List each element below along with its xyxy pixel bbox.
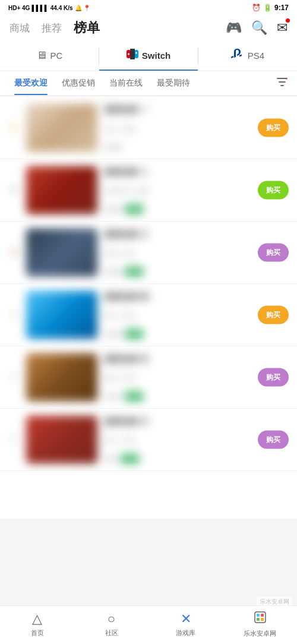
game-thumbnail [26,416,97,463]
gamepad-icon[interactable]: 🎮 [226,20,242,36]
tab-switch-label: Switch [142,50,170,61]
alarm-icon: ⏰ [252,4,261,12]
game-thumbnail [26,166,97,214]
svg-rect-6 [255,612,266,623]
blur-overlay [26,166,97,214]
nav-recommend[interactable]: 推荐 [42,21,62,35]
time: 9:17 [274,4,289,12]
tab-switch[interactable]: Switch [99,42,198,71]
nav-ranking[interactable]: 榜单 [74,19,100,37]
list-item: 4 游戏名称 四 射击 / 竞技 ¥199 史低 购买 [0,284,297,346]
nav-home[interactable]: △ 首页 [0,607,74,643]
speed-text: 44.4 K/s [50,5,73,11]
game-thumbnail [26,229,97,276]
tab-pc[interactable]: 🖥 PC [0,42,99,71]
svg-rect-8 [261,614,264,617]
subtab-popular[interactable]: 最受欢迎 [7,71,55,95]
app-label: 乐水安卓网 [244,629,276,638]
list-item: 5 游戏名称 五 模拟 / 经营 ¥178 史低 购买 [0,346,297,409]
battery-icon: 🔋 [263,4,272,12]
bottom-nav: △ 首页 ○ 社区 ✕ 游戏库 乐水安卓网 [0,605,297,644]
subtab-online[interactable]: 当前在线 [102,71,150,95]
svg-rect-7 [257,614,260,617]
list-item: 6 游戏名称 六 格斗 / 动作 ¥48 史低 购买 [0,409,297,471]
sub-tabs: 最受欢迎 优惠促销 当前在线 最受期待 [0,71,297,96]
signal-bars: ▌▌▌▌ [31,5,48,11]
svg-point-3 [128,53,129,55]
home-icon: △ [32,611,42,627]
top-nav: 商城 推荐 榜单 🎮 🔍 ✉ [0,14,297,42]
buy-button[interactable]: 购买 [258,244,289,262]
community-label: 社区 [105,629,118,637]
nav-mall[interactable]: 商城 [10,21,30,35]
search-icon[interactable]: 🔍 [251,20,267,36]
buy-button[interactable]: 购买 [258,306,289,324]
buy-button[interactable]: 购买 [258,181,289,200]
mail-badge [286,18,290,23]
ps4-icon [231,49,244,62]
svg-rect-10 [261,618,264,621]
buy-button[interactable]: 购买 [258,119,289,137]
home-label: 首页 [31,629,44,637]
buy-button[interactable]: 购买 [258,431,289,449]
list-item: 1 游戏名称 一 动作 / 冒险 ¥199 购买 [0,97,297,159]
subtab-anticipated[interactable]: 最受期待 [150,71,197,95]
app-icon [254,611,267,627]
tab-ps4-label: PS4 [248,50,264,61]
gamevault-label: 游戏库 [176,629,195,637]
game-thumbnail [26,291,97,339]
game-thumbnail [26,104,97,151]
filter-icon[interactable] [274,72,290,94]
mail-icon[interactable]: ✉ [277,20,287,36]
svg-rect-1 [134,50,138,58]
platform-tabs: 🖥 PC Switch PS4 [0,42,297,71]
buy-button[interactable]: 购买 [258,368,289,387]
status-bar: HD+ 4G ▌▌▌▌ 44.4 K/s 🔔 📍 ⏰ 🔋 9:17 [0,0,297,14]
game-thumbnail [26,353,97,401]
status-left: HD+ 4G ▌▌▌▌ 44.4 K/s 🔔 📍 [8,5,90,11]
nav-app[interactable]: 乐水安卓网 [223,606,297,644]
switch-icon [127,49,138,62]
tab-pc-label: PC [50,50,63,61]
blur-overlay [26,291,97,339]
community-icon: ○ [108,611,115,627]
tab-ps4[interactable]: PS4 [198,42,297,71]
top-nav-icons: 🎮 🔍 ✉ [226,20,287,36]
list-item: 3 游戏名称 三 冒险 / 独立 ¥249 史低 购买 [0,222,297,284]
svg-rect-9 [257,618,260,621]
nav-gamevault[interactable]: ✕ 游戏库 [148,607,223,643]
blur-overlay [26,104,97,151]
blur-overlay [26,353,97,401]
blur-overlay [26,416,97,463]
svg-rect-2 [130,49,135,59]
pc-icon: 🖥 [36,49,47,62]
top-nav-left: 商城 推荐 榜单 [10,19,100,37]
notification-icons: 🔔 📍 [75,5,91,11]
svg-point-4 [135,52,137,54]
gamevault-icon: ✕ [181,611,191,627]
nav-community[interactable]: ○ 社区 [74,607,148,643]
subtab-discount[interactable]: 优惠促销 [55,71,102,95]
signal-text: HD+ 4G [8,5,30,11]
svg-marker-5 [285,78,287,80]
list-item: 2 游戏名称 二 角色扮演 / 策略 ¥299 史低 购买 [0,159,297,222]
blur-overlay [26,229,97,276]
game-list: 1 游戏名称 一 动作 / 冒险 ¥199 购买 2 游戏名称 二 角色扮演 /… [0,97,297,519]
status-right: ⏰ 🔋 9:17 [252,4,289,12]
